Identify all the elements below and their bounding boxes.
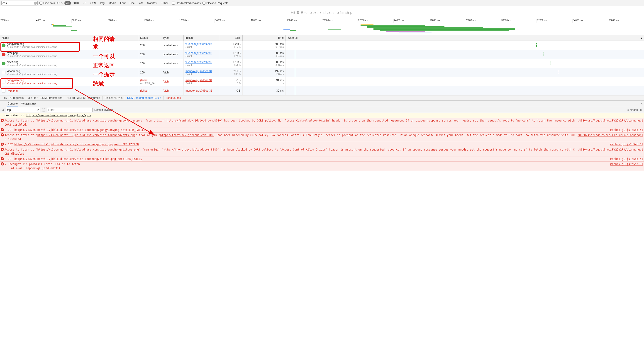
type-filter-manifest[interactable]: Manifest <box>145 1 159 5</box>
table-row[interactable]: gongyuan.pngs3.cn-north-1.jdcloud-oss.co… <box>0 41 644 50</box>
log-message: described in https://www.mapbox.com/mapb… <box>4 113 643 118</box>
request-name: ditiez.png <box>7 60 57 64</box>
type-filter-media[interactable]: Media <box>107 1 118 5</box>
console-log-line[interactable]: described in https://www.mapbox.com/mapb… <box>0 113 644 118</box>
console-log-line[interactable]: ✖Access to fetch at 'https://s3.cn-north… <box>0 118 644 128</box>
request-url: s3.cn-north-1.jdcloud-oss.com/aioc-zouch… <box>7 55 57 57</box>
initiator-link[interactable]: mapbox-gl.js?d5ed:31 <box>186 79 218 82</box>
col-name[interactable]: Name <box>0 35 138 40</box>
timeline-overview[interactable]: 2000 ms4000 ms6000 ms8000 ms10000 ms1200… <box>0 19 644 35</box>
table-row[interactable]: gongyuan.pngs3.cn-north-1.jdcloud-oss.co… <box>0 77 644 86</box>
type-filter-xhr[interactable]: XHR <box>72 1 81 5</box>
initiator-link[interactable]: vue.esm.js?efeb:6796 <box>186 60 218 64</box>
timeline-tick: 18000 ms <box>286 19 322 23</box>
file-icon <box>2 44 6 47</box>
log-link[interactable]: net::ERR_FAILED <box>114 143 139 146</box>
log-link[interactable]: https://s3.cn-north-1.jdcloud-oss.com/ai… <box>38 119 142 122</box>
col-type[interactable]: Type <box>161 35 184 40</box>
log-levels-dropdown[interactable]: Default levels ▾ <box>94 108 113 112</box>
blocked-requests-input[interactable] <box>202 2 206 4</box>
tab-whats-new[interactable]: What's New <box>21 101 36 107</box>
timeline-tick: 16000 ms <box>250 19 286 23</box>
waterfall-cell <box>286 77 644 86</box>
initiator-link[interactable]: mapbox-gl.js?d5ed:31 <box>186 89 218 92</box>
log-source-link[interactable]: :8080/sso/logout?red…F%23%2F#/planning:1 <box>575 148 643 156</box>
has-blocked-cookies-checkbox[interactable]: Has blocked cookies <box>172 2 201 5</box>
hide-data-urls-checkbox[interactable]: Hide data URLs <box>40 2 62 5</box>
log-link[interactable]: net::ERR_FAILED <box>118 157 142 160</box>
initiator-link[interactable]: vue.esm.js?efeb:6796 <box>186 42 218 46</box>
table-row[interactable]: ditiez.pngs3.cn-north-1.jdcloud-oss.com/… <box>0 59 644 68</box>
status-text: (failed) <box>140 79 159 82</box>
log-link[interactable]: https://s3.cn-north-1.jdcloud-oss.com/ai… <box>14 128 119 132</box>
live-expression-icon[interactable] <box>42 108 45 112</box>
console-log-line[interactable]: ✖Access to fetch at 'https://s3.cn-north… <box>0 132 644 142</box>
log-link[interactable]: https://www.mapbox.com/mapbox-gl-js/api/ <box>26 114 92 117</box>
size-sub: 917 B <box>222 46 240 48</box>
file-icon <box>2 52 6 56</box>
context-select[interactable]: top <box>6 108 40 112</box>
clear-console-icon[interactable]: ⊘ <box>1 108 4 112</box>
console-log-line[interactable]: ✖▸ GET https://s3.cn-north-1.jdcloud-oss… <box>0 128 644 132</box>
console-settings-icon[interactable]: ⚙ <box>640 108 643 112</box>
filter-input[interactable] <box>1 1 38 6</box>
col-waterfall[interactable]: Waterfall▴ <box>286 35 644 40</box>
table-row[interactable]: hyzx.pngs3.cn-north-1.jdcloud-oss.com/ai… <box>0 50 644 59</box>
file-icon <box>2 71 6 74</box>
log-link[interactable]: https://s3.cn-north-1.jdcloud-oss.com/ai… <box>38 148 139 151</box>
timeline-tick: 14000 ms <box>215 19 250 23</box>
type-text: fetch <box>161 68 184 77</box>
console-log-line[interactable]: ✖Access to fetch at 'https://s3.cn-north… <box>0 147 644 156</box>
col-size[interactable]: Size <box>220 35 243 40</box>
type-filter-js[interactable]: JS <box>81 1 88 5</box>
has-blocked-cookies-input[interactable] <box>172 2 175 4</box>
log-source-link[interactable]: :8080/sso/logout?red…F%23%2F#/planning:1 <box>575 133 643 141</box>
col-initiator[interactable]: Initiator <box>184 35 220 40</box>
timeline-tick: 4000 ms <box>36 19 72 23</box>
initiator-link[interactable]: mapbox-gl.js?d5ed:31 <box>186 70 218 73</box>
initiator-link[interactable]: vue.esm.js?efeb:6796 <box>186 52 218 55</box>
log-link[interactable]: https://s3.cn-north-1.jdcloud-oss.com/ai… <box>38 134 136 137</box>
table-row[interactable]: xiaoqu.pngs3.cn-north-1.jdcloud-oss.com/… <box>0 68 644 77</box>
console-log-line[interactable]: ✖▸ GET https://s3.cn-north-1.jdcloud-oss… <box>0 156 644 162</box>
log-source-link[interactable]: mapbox-gl.js?d5ed:31 <box>608 162 643 170</box>
type-text: fetch <box>161 77 184 86</box>
type-filter-all[interactable]: All <box>64 1 71 5</box>
type-text: octet-stream <box>161 59 184 68</box>
type-filter-img[interactable]: Img <box>98 1 106 5</box>
console-log-line[interactable]: 3▸ Uncaught (in promise) Error: Failed t… <box>0 162 644 171</box>
drawer-close-icon[interactable]: × <box>641 102 643 106</box>
request-name: hyzx.png <box>7 52 57 55</box>
log-link[interactable]: http://front.dev.jdcloud.com:8080 <box>167 119 221 122</box>
blocked-requests-checkbox[interactable]: Blocked Requests <box>202 2 228 5</box>
error-icon: ✖ <box>1 119 4 122</box>
type-filter-ws[interactable]: WS <box>137 1 145 5</box>
log-link[interactable]: net::ERR_FAILED <box>121 128 145 132</box>
time-sub: 604 ms <box>244 55 284 57</box>
console-log-line[interactable]: ✖▸ GET https://s3.cn-north-1.jdcloud-oss… <box>0 142 644 147</box>
table-row[interactable]: hyzx.png(failed)fetchmapbox-gl.js?d5ed:3… <box>0 86 644 95</box>
waterfall-cell <box>286 68 644 77</box>
log-source-link[interactable]: mapbox-gl.js?d5ed:31 <box>608 128 643 132</box>
log-link[interactable]: http://front.dev.jdcloud.com:8080 <box>164 148 218 151</box>
hide-data-urls-input[interactable] <box>40 2 42 4</box>
tab-console[interactable]: Console <box>7 101 18 107</box>
type-filter-other[interactable]: Other <box>160 1 170 5</box>
col-status[interactable]: Status <box>138 35 161 40</box>
log-link[interactable]: https://s3.cn-north-1.jdcloud-oss.com/ai… <box>14 143 112 146</box>
log-message: ▸ GET https://s3.cn-north-1.jdcloud-oss.… <box>4 157 608 161</box>
drawer-menu-icon[interactable]: ⋮ <box>1 102 4 106</box>
console-filter-input[interactable] <box>47 108 92 112</box>
type-filter-css[interactable]: CSS <box>88 1 98 5</box>
log-link[interactable]: https://s3.cn-north-1.jdcloud-oss.com/ai… <box>14 157 116 160</box>
log-message: Access to fetch at 'https://s3.cn-north-… <box>4 148 575 156</box>
log-source-link[interactable]: :8080/sso/logout?red…F%23%2F#/planning:1 <box>575 118 643 127</box>
log-source-link[interactable]: mapbox-gl.js?d5ed:31 <box>608 142 643 146</box>
waterfall-cell <box>286 50 644 59</box>
type-filter-doc[interactable]: Doc <box>128 1 136 5</box>
col-time[interactable]: Time <box>243 35 286 40</box>
log-source-link[interactable]: mapbox-gl.js?d5ed:31 <box>608 157 643 161</box>
log-link[interactable]: http://front.dev.jdcloud.com:8080 <box>160 134 214 137</box>
clear-filter-icon[interactable]: × <box>34 2 37 5</box>
type-filter-font[interactable]: Font <box>118 1 128 5</box>
